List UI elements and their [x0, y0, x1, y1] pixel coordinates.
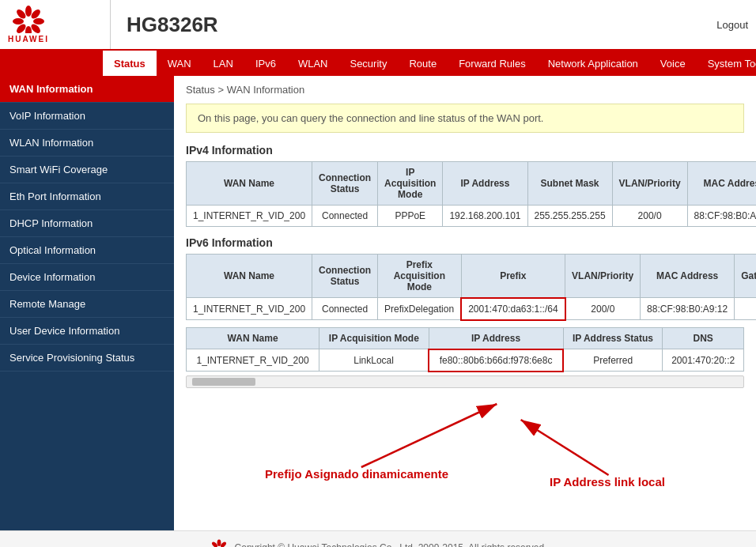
ipv6-bot-col-ip-addr: IP Address	[429, 327, 563, 349]
sidebar-item-user-device[interactable]: User Device Information	[0, 318, 174, 345]
nav-item-forward-rules[interactable]: Forward Rules	[448, 51, 537, 76]
svg-point-6	[13, 18, 24, 25]
logo-area: HUAWEI	[8, 0, 111, 49]
content-area: Status > WAN Information On this page, y…	[174, 76, 756, 530]
ipv6-bot-dns: 2001:470:20::2	[663, 349, 744, 372]
ipv4-col-ip-address: IP Address	[443, 162, 527, 206]
ipv6-col-vlan: VLAN/Priority	[565, 255, 641, 298]
ipv6-bot-col-wan-name: WAN Name	[187, 327, 319, 349]
ipv6-top-prefix-acq: PrefixDelegation	[378, 298, 462, 320]
sidebar-item-smart-wifi[interactable]: Smart WiFi Coverage	[0, 157, 174, 183]
nav-item-system-tools[interactable]: System Tools	[697, 51, 756, 76]
ipv6-col-wan-name: WAN Name	[187, 255, 312, 298]
svg-point-0	[25, 6, 32, 17]
info-message: On this page, you can query the connecti…	[186, 104, 744, 133]
ipv4-col-conn-status: ConnectionStatus	[312, 162, 378, 206]
annotations-area: Prefijo Asignado dinamicamente IP Addres…	[186, 396, 744, 522]
huawei-logo: HUAWEI	[8, 6, 49, 43]
ipv4-col-ip-acq: IPAcquisitionMode	[378, 162, 443, 206]
nav-item-wlan[interactable]: WLAN	[287, 51, 339, 76]
svg-point-4	[25, 26, 32, 33]
huawei-logo-icon	[13, 6, 44, 33]
header: HUAWEI HG8326R Logout	[0, 0, 756, 51]
ipv6-col-prefix: Prefix	[461, 255, 565, 298]
ipv6-top-row-1: 1_INTERNET_R_VID_200 Connected PrefixDel…	[187, 298, 757, 320]
nav-item-voice[interactable]: Voice	[649, 51, 697, 76]
svg-point-11	[217, 539, 221, 545]
logout-button[interactable]: Logout	[716, 19, 748, 31]
ipv4-table: WAN Name ConnectionStatus IPAcquisitionM…	[186, 161, 756, 227]
ipv4-subnet: 255.255.255.255	[527, 206, 612, 227]
ipv4-conn-status: Connected	[312, 206, 378, 227]
ipv6-table-top: WAN Name ConnectionStatus Prefix Acquisi…	[186, 254, 756, 321]
svg-point-2	[33, 18, 44, 25]
sidebar: WAN Information VoIP Information WLAN In…	[0, 76, 174, 530]
sidebar-item-service-provisioning[interactable]: Service Provisioning Status	[0, 345, 174, 372]
footer-logo-icon	[210, 539, 229, 548]
ipv6-top-gateway: --	[735, 298, 756, 320]
sidebar-item-wan-information[interactable]: WAN Information	[0, 76, 174, 103]
logo-text: HUAWEI	[8, 35, 49, 43]
footer: Copyright © Huawei Technologies Co., Ltd…	[0, 530, 756, 548]
ipv6-top-mac: 88:CF:98:B0:A9:12	[641, 298, 735, 320]
breadcrumb: Status > WAN Information	[186, 84, 744, 96]
sidebar-item-eth-port[interactable]: Eth Port Information	[0, 183, 174, 210]
footer-copyright: Copyright © Huawei Technologies Co., Ltd…	[235, 542, 547, 548]
nav-bar: Status WAN LAN IPv6 WLAN Security Route …	[0, 51, 756, 76]
device-title: HG8326R	[127, 13, 716, 37]
annotation-label-prefijo: Prefijo Asignado dinamicamente	[265, 467, 448, 481]
ipv4-col-wan-name: WAN Name	[187, 162, 312, 206]
ipv6-top-conn-status: Connected	[312, 298, 378, 320]
arrows-svg	[186, 396, 744, 522]
ipv6-top-wan-name: 1_INTERNET_R_VID_200	[187, 298, 312, 320]
ipv4-col-vlan: VLAN/Priority	[612, 162, 687, 206]
ipv6-bot-ip-status: Preferred	[563, 349, 663, 372]
nav-item-security[interactable]: Security	[338, 51, 398, 76]
nav-item-route[interactable]: Route	[398, 51, 448, 76]
ipv6-table-bottom: WAN Name IP Acquisition Mode IP Address …	[186, 327, 744, 372]
sidebar-item-voip-information[interactable]: VoIP Information	[0, 103, 174, 130]
ipv6-col-mac: MAC Address	[641, 255, 735, 298]
sidebar-item-device-info[interactable]: Device Information	[0, 264, 174, 291]
ipv6-bot-col-dns: DNS	[663, 327, 744, 349]
ipv4-col-mac: MAC Address	[687, 162, 756, 206]
ipv6-section-title: IPv6 Information	[186, 236, 744, 249]
ipv4-col-subnet: Subnet Mask	[527, 162, 612, 206]
nav-item-status[interactable]: Status	[103, 51, 157, 76]
ipv6-col-conn-status: ConnectionStatus	[312, 255, 378, 298]
ipv4-ip-acq-mode: PPPoE	[378, 206, 443, 227]
scrollbar-thumb	[192, 378, 255, 386]
ipv4-vlan: 200/0	[612, 206, 687, 227]
ipv4-mac: 88:CF:98:B0:A9:12	[687, 206, 756, 227]
sidebar-item-optical[interactable]: Optical Information	[0, 237, 174, 264]
nav-item-lan[interactable]: LAN	[202, 51, 244, 76]
ipv6-top-vlan: 200/0	[565, 298, 641, 320]
ipv6-bot-row-1: 1_INTERNET_R_VID_200 LinkLocal fe80::80b…	[187, 349, 744, 372]
ipv6-col-prefix-acq: Prefix AcquisitionMode	[378, 255, 462, 298]
ipv6-bot-wan-name: 1_INTERNET_R_VID_200	[187, 349, 319, 372]
svg-line-10	[521, 420, 609, 475]
ipv6-top-prefix: 2001:470:da63:1::/64	[461, 298, 565, 320]
ipv4-row-1: 1_INTERNET_R_VID_200 Connected PPPoE 192…	[187, 206, 757, 227]
sidebar-item-dhcp[interactable]: DHCP Information	[0, 210, 174, 237]
main-layout: WAN Information VoIP Information WLAN In…	[0, 76, 756, 530]
sidebar-item-wlan-information[interactable]: WLAN Information	[0, 130, 174, 157]
annotation-label-ip-link-local: IP Address link local	[550, 475, 665, 489]
nav-item-wan[interactable]: WAN	[157, 51, 202, 76]
ipv4-ip-address: 192.168.200.101	[443, 206, 527, 227]
ipv4-wan-name: 1_INTERNET_R_VID_200	[187, 206, 312, 227]
sidebar-item-remote-manage[interactable]: Remote Manage	[0, 291, 174, 318]
horizontal-scrollbar[interactable]	[186, 375, 744, 388]
ipv6-bot-col-ip-status: IP Address Status	[563, 327, 663, 349]
nav-item-ipv6[interactable]: IPv6	[244, 51, 287, 76]
ipv6-bot-col-ip-acq: IP Acquisition Mode	[319, 327, 429, 349]
ipv6-col-gateway: Gateway	[735, 255, 756, 298]
ipv4-section-title: IPv4 Information	[186, 144, 744, 157]
ipv6-bot-ip-addr: fe80::80b6:b66d:f978:6e8c	[429, 349, 563, 372]
svg-line-9	[361, 404, 497, 467]
nav-item-network-application[interactable]: Network Application	[537, 51, 649, 76]
ipv6-bot-ip-acq: LinkLocal	[319, 349, 429, 372]
